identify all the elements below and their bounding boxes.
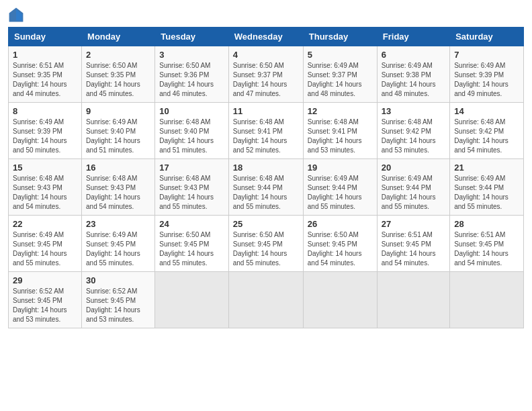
day-info: Sunrise: 6:49 AMSunset: 9:45 PMDaylight:… (13, 231, 67, 267)
day-number: 12 (308, 106, 373, 116)
calendar-cell: 12 Sunrise: 6:48 AMSunset: 9:41 PMDaylig… (303, 103, 377, 159)
day-number: 4 (233, 50, 299, 60)
calendar-cell: 2 Sunrise: 6:50 AMSunset: 9:35 PMDayligh… (82, 46, 155, 103)
day-number: 8 (13, 106, 77, 116)
calendar-cell: 8 Sunrise: 6:49 AMSunset: 9:39 PMDayligh… (9, 103, 82, 159)
day-info: Sunrise: 6:49 AMSunset: 9:39 PMDaylight:… (13, 118, 67, 154)
calendar-cell: 15 Sunrise: 6:48 AMSunset: 9:43 PMDaylig… (9, 159, 82, 216)
calendar-week-row: 8 Sunrise: 6:49 AMSunset: 9:39 PMDayligh… (9, 103, 524, 159)
logo-icon (8, 7, 24, 23)
day-info: Sunrise: 6:51 AMSunset: 9:45 PMDaylight:… (382, 231, 436, 267)
calendar-table: SundayMondayTuesdayWednesdayThursdayFrid… (8, 27, 524, 328)
calendar-cell: 29 Sunrise: 6:52 AMSunset: 9:45 PMDaylig… (9, 272, 82, 328)
day-number: 20 (382, 163, 445, 173)
day-info: Sunrise: 6:50 AMSunset: 9:37 PMDaylight:… (233, 62, 287, 97)
calendar-week-row: 22 Sunrise: 6:49 AMSunset: 9:45 PMDaylig… (9, 216, 524, 272)
calendar-cell: 7 Sunrise: 6:49 AMSunset: 9:39 PMDayligh… (450, 46, 524, 103)
day-number: 28 (454, 219, 519, 229)
calendar-cell: 21 Sunrise: 6:49 AMSunset: 9:44 PMDaylig… (450, 159, 524, 216)
calendar-cell: 22 Sunrise: 6:49 AMSunset: 9:45 PMDaylig… (9, 216, 82, 272)
calendar-week-row: 1 Sunrise: 6:51 AMSunset: 9:35 PMDayligh… (9, 46, 524, 103)
day-number: 15 (13, 163, 77, 173)
day-info: Sunrise: 6:48 AMSunset: 9:42 PMDaylight:… (382, 118, 436, 154)
day-info: Sunrise: 6:49 AMSunset: 9:39 PMDaylight:… (454, 62, 508, 97)
day-number: 19 (308, 163, 373, 173)
day-info: Sunrise: 6:49 AMSunset: 9:40 PMDaylight:… (86, 118, 140, 154)
day-of-week-header: Sunday (9, 28, 82, 46)
calendar-cell (228, 272, 303, 328)
calendar-cell (155, 272, 228, 328)
day-info: Sunrise: 6:50 AMSunset: 9:36 PMDaylight:… (159, 62, 214, 97)
day-info: Sunrise: 6:51 AMSunset: 9:35 PMDaylight:… (13, 62, 67, 97)
calendar-cell: 18 Sunrise: 6:48 AMSunset: 9:44 PMDaylig… (228, 159, 303, 216)
calendar-cell: 3 Sunrise: 6:50 AMSunset: 9:36 PMDayligh… (155, 46, 228, 103)
day-number: 30 (86, 275, 150, 285)
day-info: Sunrise: 6:50 AMSunset: 9:45 PMDaylight:… (159, 231, 214, 267)
day-number: 9 (86, 106, 150, 116)
day-number: 5 (308, 50, 373, 60)
day-number: 3 (159, 50, 224, 60)
calendar-cell: 24 Sunrise: 6:50 AMSunset: 9:45 PMDaylig… (155, 216, 228, 272)
day-info: Sunrise: 6:49 AMSunset: 9:38 PMDaylight:… (382, 62, 436, 97)
header (8, 7, 524, 23)
day-number: 1 (13, 50, 77, 60)
day-number: 2 (86, 50, 150, 60)
day-info: Sunrise: 6:48 AMSunset: 9:43 PMDaylight:… (13, 175, 67, 210)
day-info: Sunrise: 6:48 AMSunset: 9:44 PMDaylight:… (233, 175, 287, 210)
calendar-cell: 1 Sunrise: 6:51 AMSunset: 9:35 PMDayligh… (9, 46, 82, 103)
day-number: 11 (233, 106, 299, 116)
calendar-cell: 6 Sunrise: 6:49 AMSunset: 9:38 PMDayligh… (377, 46, 449, 103)
day-number: 25 (233, 219, 299, 229)
calendar-cell: 25 Sunrise: 6:50 AMSunset: 9:45 PMDaylig… (228, 216, 303, 272)
day-info: Sunrise: 6:48 AMSunset: 9:41 PMDaylight:… (308, 118, 362, 154)
day-number: 14 (454, 106, 519, 116)
day-info: Sunrise: 6:48 AMSunset: 9:41 PMDaylight:… (233, 118, 287, 154)
day-number: 26 (308, 219, 373, 229)
day-info: Sunrise: 6:51 AMSunset: 9:45 PMDaylight:… (454, 231, 508, 267)
calendar-cell: 23 Sunrise: 6:49 AMSunset: 9:45 PMDaylig… (82, 216, 155, 272)
calendar-cell: 17 Sunrise: 6:48 AMSunset: 9:43 PMDaylig… (155, 159, 228, 216)
calendar-cell: 16 Sunrise: 6:48 AMSunset: 9:43 PMDaylig… (82, 159, 155, 216)
calendar-cell: 30 Sunrise: 6:52 AMSunset: 9:45 PMDaylig… (82, 272, 155, 328)
day-number: 13 (382, 106, 445, 116)
day-info: Sunrise: 6:48 AMSunset: 9:43 PMDaylight:… (86, 175, 140, 210)
day-number: 24 (159, 219, 224, 229)
day-number: 23 (86, 219, 150, 229)
day-info: Sunrise: 6:48 AMSunset: 9:42 PMDaylight:… (454, 118, 508, 154)
calendar-week-row: 15 Sunrise: 6:48 AMSunset: 9:43 PMDaylig… (9, 159, 524, 216)
day-number: 17 (159, 163, 224, 173)
calendar-cell: 10 Sunrise: 6:48 AMSunset: 9:40 PMDaylig… (155, 103, 228, 159)
page: SundayMondayTuesdayWednesdayThursdayFrid… (0, 0, 532, 411)
calendar-cell: 14 Sunrise: 6:48 AMSunset: 9:42 PMDaylig… (450, 103, 524, 159)
day-of-week-header: Friday (377, 28, 449, 46)
calendar-cell (303, 272, 377, 328)
calendar-cell: 9 Sunrise: 6:49 AMSunset: 9:40 PMDayligh… (82, 103, 155, 159)
day-number: 27 (382, 219, 445, 229)
day-info: Sunrise: 6:50 AMSunset: 9:45 PMDaylight:… (233, 231, 287, 267)
day-of-week-header: Tuesday (155, 28, 228, 46)
day-info: Sunrise: 6:52 AMSunset: 9:45 PMDaylight:… (13, 287, 67, 323)
day-info: Sunrise: 6:50 AMSunset: 9:35 PMDaylight:… (86, 62, 140, 97)
calendar-cell: 26 Sunrise: 6:50 AMSunset: 9:45 PMDaylig… (303, 216, 377, 272)
day-number: 22 (13, 219, 77, 229)
calendar-cell: 27 Sunrise: 6:51 AMSunset: 9:45 PMDaylig… (377, 216, 449, 272)
calendar-cell: 11 Sunrise: 6:48 AMSunset: 9:41 PMDaylig… (228, 103, 303, 159)
day-of-week-header: Monday (82, 28, 155, 46)
calendar-cell: 19 Sunrise: 6:49 AMSunset: 9:44 PMDaylig… (303, 159, 377, 216)
calendar-cell: 4 Sunrise: 6:50 AMSunset: 9:37 PMDayligh… (228, 46, 303, 103)
day-info: Sunrise: 6:48 AMSunset: 9:40 PMDaylight:… (159, 118, 214, 154)
calendar-cell: 5 Sunrise: 6:49 AMSunset: 9:37 PMDayligh… (303, 46, 377, 103)
calendar-week-row: 29 Sunrise: 6:52 AMSunset: 9:45 PMDaylig… (9, 272, 524, 328)
logo (8, 7, 27, 23)
day-number: 18 (233, 163, 299, 173)
day-info: Sunrise: 6:49 AMSunset: 9:44 PMDaylight:… (454, 175, 508, 210)
calendar-header-row: SundayMondayTuesdayWednesdayThursdayFrid… (9, 28, 524, 46)
calendar-cell: 13 Sunrise: 6:48 AMSunset: 9:42 PMDaylig… (377, 103, 449, 159)
day-number: 10 (159, 106, 224, 116)
calendar-cell: 28 Sunrise: 6:51 AMSunset: 9:45 PMDaylig… (450, 216, 524, 272)
calendar-cell: 20 Sunrise: 6:49 AMSunset: 9:44 PMDaylig… (377, 159, 449, 216)
day-of-week-header: Saturday (450, 28, 524, 46)
day-number: 6 (382, 50, 445, 60)
day-info: Sunrise: 6:49 AMSunset: 9:45 PMDaylight:… (86, 231, 140, 267)
day-info: Sunrise: 6:52 AMSunset: 9:45 PMDaylight:… (86, 287, 140, 323)
